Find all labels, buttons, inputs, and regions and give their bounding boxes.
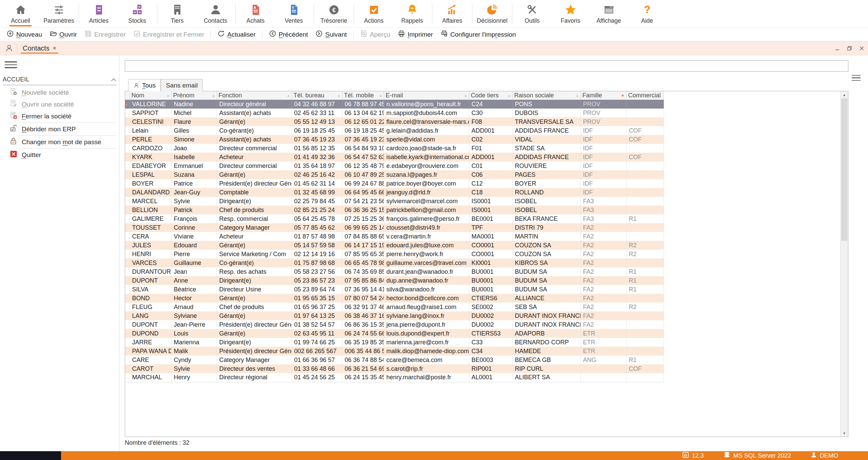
table-row[interactable]: CARECyndyCategory Manager01 66 36 96 570…: [125, 356, 664, 364]
cell[interactable]: 01 95 65 35 15: [292, 294, 342, 303]
cell[interactable]: marienna.jarre@com.fr: [384, 338, 469, 347]
cell[interactable]: R1: [626, 267, 664, 276]
cell[interactable]: FA2: [580, 311, 626, 320]
ribbon-item-outils[interactable]: Outils: [513, 0, 551, 27]
cell[interactable]: MA0001: [469, 232, 512, 241]
cell[interactable]: Jean: [171, 267, 217, 276]
cell[interactable]: Resp. des achats: [217, 267, 292, 276]
cell[interactable]: TOUSSET: [130, 223, 171, 232]
cell[interactable]: 04 32 46 88 97: [292, 100, 342, 109]
cell[interactable]: dup.anne@wanadoo.fr: [384, 276, 469, 285]
cell[interactable]: v.cera@martin.fr: [384, 232, 469, 241]
cell[interactable]: 01 56 85 12 35: [292, 144, 342, 153]
cell[interactable]: 06 19 18 25 45: [342, 126, 384, 135]
cell[interactable]: CTIERS53: [469, 329, 512, 338]
cell[interactable]: Nadine: [171, 100, 217, 109]
cell[interactable]: RIP CURL: [512, 364, 580, 373]
previous-button[interactable]: Précédent: [267, 28, 311, 41]
cell[interactable]: ADD001: [469, 126, 512, 135]
table-row[interactable]: FLEUGArnaudChef de produits01 65 96 37 2…: [125, 303, 664, 311]
cell[interactable]: 07 36 45 19 23: [342, 135, 384, 144]
table-row[interactable]: BONDHectorGérant(e)01 95 65 35 1507 80 0…: [125, 294, 664, 303]
cell[interactable]: Emmanuel: [171, 161, 217, 170]
cell[interactable]: 01 33 66 48 66: [292, 364, 342, 373]
cell[interactable]: PAGES: [512, 170, 580, 179]
cell[interactable]: Président(e) directeur Général: [217, 320, 292, 329]
cell[interactable]: g.lelain@addidas.fr: [384, 126, 469, 135]
cell[interactable]: [626, 258, 664, 267]
cell[interactable]: DURANTOUR: [130, 267, 171, 276]
cell[interactable]: R1: [626, 285, 664, 294]
cell[interactable]: LANG: [130, 311, 171, 320]
table-row[interactable]: KYARKIsabelleAcheteur01 41 49 32 3606 54…: [125, 153, 664, 161]
cell[interactable]: françois.galimere@perso.fr: [384, 214, 469, 223]
cell[interactable]: Category Manager: [217, 223, 292, 232]
table-row[interactable]: DUPONDLouisGérant(e)02 63 45 95 1106 24 …: [125, 329, 664, 338]
cell[interactable]: BOYER: [130, 179, 171, 188]
cell[interactable]: 02 12 14 19 16: [292, 250, 342, 258]
cell[interactable]: ccare@bemeca.com: [384, 356, 469, 364]
table-row[interactable]: ›VALLORINENadineDirecteur général04 32 4…: [125, 100, 664, 109]
cell[interactable]: DALANDARD: [130, 188, 171, 197]
cell[interactable]: C02: [469, 135, 512, 144]
cell[interactable]: MARCHAL: [130, 373, 171, 382]
cell[interactable]: edouard.jules@luxe.com: [384, 241, 469, 250]
cell[interactable]: Directeur commercial: [217, 144, 292, 153]
cell[interactable]: jena.pierre@dupont.fr: [384, 320, 469, 329]
cell[interactable]: ROUVIERE: [512, 161, 580, 170]
cell[interactable]: Edouard: [171, 241, 217, 250]
cell[interactable]: Suzana: [171, 170, 217, 179]
cell[interactable]: Acheteur: [217, 153, 292, 161]
table-row[interactable]: LelainGillesCo-gérant(e)06 19 18 25 4506…: [125, 126, 664, 135]
cell[interactable]: arnaud.fleug@raise1.com: [384, 303, 469, 311]
cell[interactable]: F08: [469, 117, 512, 126]
cell[interactable]: patrickbellion@gmail.com: [384, 206, 469, 214]
ribbon-item-tiers[interactable]: Tiers: [158, 0, 196, 27]
table-row[interactable]: HENRIPierreService Marketing / Com02 12 …: [125, 250, 664, 258]
table-row[interactable]: TOUSSETCorinneCategory Manager05 77 85 4…: [125, 223, 664, 232]
cell[interactable]: 05 14 57 59 58: [292, 241, 342, 250]
cell[interactable]: Dirigeant(e): [217, 276, 292, 285]
cell[interactable]: FA3: [580, 197, 626, 206]
cell[interactable]: FA2: [580, 223, 626, 232]
cell[interactable]: Directeur des ventes: [217, 364, 292, 373]
cell[interactable]: FA2: [580, 250, 626, 258]
cell[interactable]: Sylvie: [171, 364, 217, 373]
cell[interactable]: ISOBEL: [512, 197, 580, 206]
cell[interactable]: FA2: [580, 294, 626, 303]
sidebar-item-fermer-societe[interactable]: Fermer la société: [0, 110, 119, 122]
cell[interactable]: [626, 117, 664, 126]
cell[interactable]: SAPPIOT: [130, 109, 171, 117]
table-row[interactable]: JULESEdouardGérant(e)05 14 57 59 5806 14…: [125, 241, 664, 250]
cell[interactable]: Isabelle: [171, 153, 217, 161]
cell[interactable]: Gérant(e): [217, 117, 292, 126]
cell[interactable]: BERNARDO CORP: [512, 338, 580, 347]
cell[interactable]: C18: [469, 188, 512, 197]
table-row[interactable]: SILVABéatriceDirecteur Usine05 23 89 64 …: [125, 285, 664, 294]
cell[interactable]: [626, 144, 664, 153]
cell[interactable]: BEMECA GB: [512, 356, 580, 364]
cell[interactable]: malik.diop@hamede-diop.com: [384, 347, 469, 356]
cell[interactable]: DU0002: [469, 320, 512, 329]
cell[interactable]: IDF: [580, 170, 626, 179]
table-row[interactable]: CERAVivianeAcheteur01 87 57 48 9807 84 8…: [125, 232, 664, 241]
table-row[interactable]: CELESTINIFlaureGérant(e)05 55 12 49 1306…: [125, 117, 664, 126]
table-row[interactable]: EDABEYOREmmanuelDirecteur commercial01 3…: [125, 161, 664, 170]
ribbon-item-affichage[interactable]: Affichage: [590, 0, 628, 27]
ribbon-item-rappels[interactable]: Rappels: [393, 0, 431, 27]
cell[interactable]: Béatrice: [171, 285, 217, 294]
cell[interactable]: 01 32 45 68 99: [292, 188, 342, 197]
cell[interactable]: FA3: [580, 206, 626, 214]
column-header[interactable]: Famille▼: [580, 91, 626, 100]
cell[interactable]: Corinne: [171, 223, 217, 232]
scroll-up-icon[interactable]: ▲: [841, 91, 848, 98]
table-row[interactable]: LANGSylvianeGérant(e)01 97 64 13 2506 38…: [125, 311, 664, 320]
cell[interactable]: C01: [469, 161, 512, 170]
cell[interactable]: FA2: [580, 232, 626, 241]
table-row[interactable]: DALANDARDJean-GuyComptable01 32 45 68 99…: [125, 188, 664, 197]
cell[interactable]: R1: [626, 356, 664, 364]
table-row[interactable]: DUPONTJean-PierrePrésident(e) directeur …: [125, 320, 664, 329]
cell[interactable]: C30: [469, 109, 512, 117]
cell[interactable]: FA2: [580, 285, 626, 294]
cell[interactable]: PERLE: [130, 135, 171, 144]
